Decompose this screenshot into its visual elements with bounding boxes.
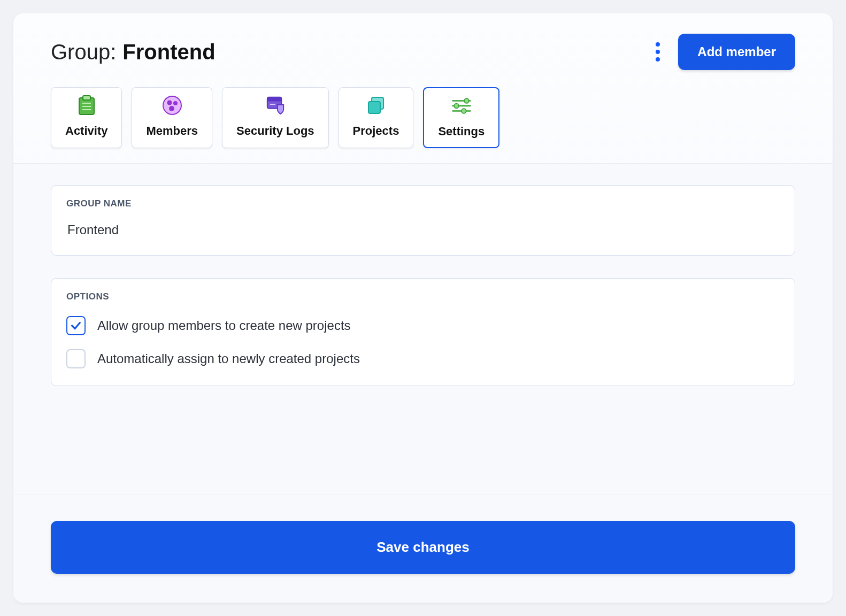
add-member-button[interactable]: Add member xyxy=(678,34,795,70)
svg-rect-13 xyxy=(368,102,380,113)
tab-label: Settings xyxy=(438,125,484,138)
more-actions-button[interactable] xyxy=(652,39,663,65)
option-checkbox-auto-assign[interactable] xyxy=(66,349,86,368)
tabs: Activity Members xyxy=(13,70,833,164)
svg-point-18 xyxy=(454,104,459,109)
svg-point-19 xyxy=(462,109,466,113)
settings-panel: GROUP NAME OPTIONS Allow group members t… xyxy=(13,164,833,495)
svg-point-8 xyxy=(169,106,174,111)
svg-point-6 xyxy=(167,101,172,105)
svg-point-17 xyxy=(464,98,469,103)
page-title-prefix: Group: xyxy=(51,40,116,64)
options-card: OPTIONS Allow group members to create ne… xyxy=(51,278,795,386)
header-actions: Add member xyxy=(652,34,795,70)
tab-label: Projects xyxy=(353,124,399,138)
svg-point-7 xyxy=(173,101,178,105)
clipboard-icon xyxy=(76,95,97,116)
check-icon xyxy=(70,320,82,332)
tab-projects[interactable]: Projects xyxy=(339,87,414,148)
folders-icon xyxy=(366,95,386,116)
group-name-input[interactable] xyxy=(66,222,780,238)
tab-label: Members xyxy=(146,124,198,138)
option-row: Allow group members to create new projec… xyxy=(66,316,780,335)
dot-icon xyxy=(656,50,660,54)
tab-label: Activity xyxy=(65,124,107,138)
group-name-card: GROUP NAME xyxy=(51,185,795,256)
tab-members[interactable]: Members xyxy=(132,87,212,148)
sliders-icon xyxy=(451,96,472,116)
page-header: Group: Frontend Add member xyxy=(13,13,833,70)
tab-security-logs[interactable]: Security Logs xyxy=(222,87,328,148)
options-label: OPTIONS xyxy=(66,291,780,302)
group-name-label: GROUP NAME xyxy=(66,198,780,209)
dot-icon xyxy=(656,42,660,47)
tab-settings[interactable]: Settings xyxy=(423,87,499,148)
people-icon xyxy=(162,95,182,116)
save-changes-button[interactable]: Save changes xyxy=(51,521,795,574)
option-label: Allow group members to create new projec… xyxy=(97,318,351,333)
svg-point-5 xyxy=(163,96,181,114)
page-title-name: Frontend xyxy=(122,40,215,64)
tab-activity[interactable]: Activity xyxy=(51,87,122,148)
dot-icon xyxy=(656,57,660,61)
svg-rect-10 xyxy=(267,97,282,102)
footer: Save changes xyxy=(13,495,833,603)
option-row: Automatically assign to newly created pr… xyxy=(66,349,780,368)
tab-label: Security Logs xyxy=(236,124,314,138)
option-label: Automatically assign to newly created pr… xyxy=(97,351,360,366)
shield-icon xyxy=(265,95,286,116)
app-window: Group: Frontend Add member xyxy=(13,13,833,603)
option-checkbox-allow-create[interactable] xyxy=(66,316,86,335)
svg-rect-1 xyxy=(83,96,90,100)
